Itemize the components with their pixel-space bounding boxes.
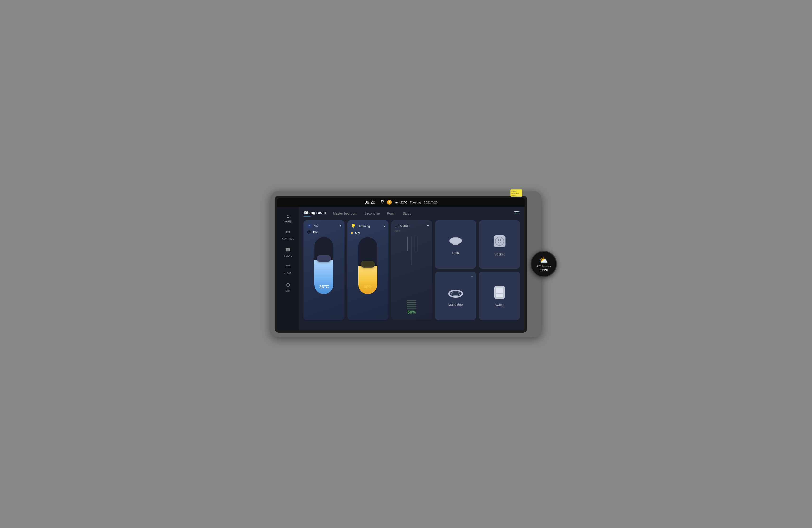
tab-master-bedroom[interactable]: Master bedroom [333,211,357,216]
svg-rect-13 [514,211,519,212]
tab-second-lie[interactable]: Second lie [364,211,380,216]
svg-rect-2 [286,232,288,233]
light-strip-icon-area: Light strip [438,275,473,317]
scene-icon [285,248,291,253]
svg-rect-7 [286,250,288,251]
curtain-visual: 50% [395,235,429,317]
sidebar-label-scene: SCENE [284,254,292,257]
svg-rect-3 [289,231,290,232]
ac-device-card[interactable]: ━ AC ▾ ❄ ON [303,220,345,320]
svg-rect-9 [286,265,288,266]
svg-point-15 [519,211,520,212]
bulb-label: Bulb [452,251,459,255]
ac-type-label: AC [314,224,318,228]
sidebar-label-ent: ENT [286,289,290,292]
switch-svg [492,285,507,300]
ac-dropdown-icon[interactable]: ▾ [339,224,341,228]
switch-device-card[interactable]: Switch [479,272,520,320]
room-menu-button[interactable] [514,211,520,216]
group-icon [285,265,291,270]
ac-slider-container[interactable]: 26℃ [307,237,341,294]
bulb-svg [447,234,464,248]
curtain-bar-1 [407,300,417,301]
svg-rect-23 [500,239,501,241]
svg-rect-10 [286,267,288,267]
status-icons: ! 🌤 22℃ Tuesday 2021/4/20 [380,200,438,205]
switch-icon-area: Switch [482,275,517,317]
tab-porch[interactable]: Porch [387,211,396,216]
ac-freeze-icon: ❄ [307,229,311,235]
svg-rect-11 [288,265,290,266]
dimming-type-label: Dimming [358,224,370,228]
light-strip-label: Light strip [448,303,463,306]
status-time: 09:20 [364,200,375,205]
dimming-status-row: ● ON [351,230,385,235]
main-content: ⌂ HOME CONTROL [277,207,525,330]
tab-study[interactable]: Study [403,211,411,216]
light-strip-device-card[interactable]: ▾ Light strip [435,272,476,320]
curtain-device-card[interactable]: ⏸ Curtain ▾ OFF [391,220,432,320]
curtain-center [411,237,412,265]
curtain-bar-5 [407,308,417,309]
socket-device-card[interactable]: Socket [479,220,520,269]
sidebar-item-home[interactable]: ⌂ HOME [279,210,297,226]
room-tabs: Sitting room Master bedroom Second lie P… [303,210,520,217]
weather-icon: 🌤 [394,200,398,204]
curtain-status-label: OFF [395,229,401,233]
device-grid: ━ AC ▾ ❄ ON [303,220,520,320]
svg-rect-8 [288,250,290,251]
alert-icon: ! [387,200,392,205]
light-strip-svg [447,285,464,299]
socket-svg [491,233,508,250]
curtain-dropdown-icon[interactable]: ▾ [427,224,429,228]
ent-icon: ⊙ [286,282,290,288]
curtain-bar-2 [407,302,417,303]
bulb-icon-area: Bulb [438,224,473,265]
svg-rect-28 [496,294,503,297]
wifi-icon [380,200,385,204]
curtain-percent-value: 50% [407,310,416,315]
dimming-dropdown-icon[interactable]: ▾ [383,224,385,228]
sidebar-label-group: GROUP [284,272,292,274]
ac-status-row: ❄ ON [307,229,341,235]
curtain-bar-3 [407,304,417,305]
sidebar-item-group[interactable]: GROUP [279,262,297,277]
dimming-slider-value: 50% [363,284,372,289]
dimming-device-card[interactable]: 💡 Dimming ▾ ● ON [347,220,389,320]
svg-rect-1 [286,231,288,232]
svg-rect-27 [496,288,503,293]
svg-point-16 [515,212,516,214]
svg-rect-22 [498,239,499,241]
dimming-slider-thumb[interactable] [361,261,375,267]
temperature: 22℃ [400,201,407,204]
sidebar: ⌂ HOME CONTROL [277,207,299,330]
status-day: Tuesday [410,201,421,204]
bulb-device-card[interactable]: Bulb [435,220,476,269]
svg-rect-5 [286,248,288,250]
dimmer-bulb-icon: 💡 [351,224,356,229]
ac-vertical-slider[interactable]: 26℃ [314,237,333,294]
dimming-status-label: ON [355,231,360,235]
ac-mode-icon: ━ [307,224,312,228]
ac-slider-thumb[interactable] [317,255,331,262]
home-icon: ⌂ [287,214,289,219]
sidebar-item-scene[interactable]: SCENE [279,245,297,260]
weather-knob[interactable]: ⛅ 4.20 Tuesday 09:20 [531,251,557,277]
tab-sitting-room[interactable]: Sitting room [303,210,326,217]
switch-label: Switch [495,303,504,307]
dimming-slider-container[interactable]: 50% [351,237,385,294]
curtain-right-panel [416,237,416,251]
svg-point-25 [451,292,460,296]
sidebar-item-control[interactable]: CONTROL [279,228,297,243]
svg-rect-6 [288,248,290,250]
dimming-vertical-slider[interactable]: 50% [358,237,377,294]
sidebar-item-ent[interactable]: ⊙ ENT [279,279,297,295]
curtain-type-label: Curtain [400,224,410,228]
control-icon [285,231,291,236]
device-frame: 09:20 ! 🌤 [275,196,527,333]
dimmer-light-icon: ● [351,230,353,235]
svg-rect-14 [514,213,520,214]
screen: 09:20 ! 🌤 [277,198,525,330]
light-strip-chevron[interactable]: ▾ [471,275,473,278]
room-content: Sitting room Master bedroom Second lie P… [299,207,525,330]
